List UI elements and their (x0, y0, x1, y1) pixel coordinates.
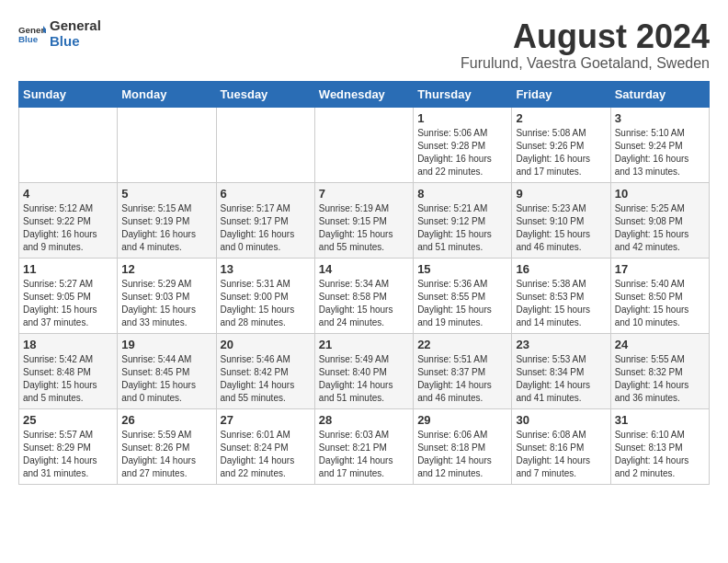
day-number: 24 (615, 338, 705, 351)
day-number: 2 (516, 111, 606, 125)
day-info: Sunrise: 5:21 AMSunset: 9:12 PMDaylight:… (417, 202, 507, 254)
day-info: Sunrise: 6:03 AMSunset: 8:21 PMDaylight:… (319, 429, 409, 480)
day-number: 14 (319, 262, 409, 276)
day-info: Sunrise: 5:12 AMSunset: 9:22 PMDaylight:… (23, 202, 113, 254)
calendar-cell: 4Sunrise: 5:12 AMSunset: 9:22 PMDaylight… (19, 182, 118, 258)
calendar-cell: 8Sunrise: 5:21 AMSunset: 9:12 PMDaylight… (414, 182, 512, 258)
calendar-header-wednesday: Wednesday (314, 81, 413, 107)
day-number: 8 (417, 187, 507, 201)
calendar-cell: 2Sunrise: 5:08 AMSunset: 9:26 PMDaylight… (512, 107, 610, 182)
calendar-header-row: SundayMondayTuesdayWednesdayThursdayFrid… (19, 81, 710, 107)
day-number: 16 (516, 262, 606, 276)
calendar-cell (19, 107, 118, 182)
day-number: 20 (221, 338, 311, 351)
calendar-cell: 23Sunrise: 5:53 AMSunset: 8:34 PMDayligh… (512, 333, 610, 408)
calendar-cell: 22Sunrise: 5:51 AMSunset: 8:37 PMDayligh… (414, 333, 512, 408)
day-info: Sunrise: 5:17 AMSunset: 9:17 PMDaylight:… (221, 202, 311, 254)
day-number: 11 (23, 262, 113, 276)
calendar-cell: 27Sunrise: 6:01 AMSunset: 8:24 PMDayligh… (216, 408, 314, 484)
day-info: Sunrise: 6:01 AMSunset: 8:24 PMDaylight:… (221, 429, 311, 480)
day-info: Sunrise: 5:27 AMSunset: 9:05 PMDaylight:… (23, 278, 113, 329)
calendar-cell: 13Sunrise: 5:31 AMSunset: 9:00 PMDayligh… (216, 258, 314, 333)
calendar-week-4: 18Sunrise: 5:42 AMSunset: 8:48 PMDayligh… (19, 333, 710, 408)
day-number: 22 (417, 338, 507, 351)
day-info: Sunrise: 6:06 AMSunset: 8:18 PMDaylight:… (417, 429, 507, 480)
day-number: 19 (121, 338, 211, 351)
day-info: Sunrise: 5:06 AMSunset: 9:28 PMDaylight:… (417, 127, 507, 178)
calendar-cell: 12Sunrise: 5:29 AMSunset: 9:03 PMDayligh… (118, 258, 216, 333)
page-subtitle: Furulund, Vaestra Goetaland, Sweden (461, 55, 710, 72)
day-number: 21 (319, 338, 409, 351)
calendar-cell: 15Sunrise: 5:36 AMSunset: 8:55 PMDayligh… (414, 258, 512, 333)
calendar-cell (314, 107, 413, 182)
calendar-cell: 24Sunrise: 5:55 AMSunset: 8:32 PMDayligh… (610, 333, 709, 408)
calendar-cell: 25Sunrise: 5:57 AMSunset: 8:29 PMDayligh… (19, 408, 118, 484)
day-info: Sunrise: 5:42 AMSunset: 8:48 PMDaylight:… (23, 353, 113, 405)
calendar-cell: 18Sunrise: 5:42 AMSunset: 8:48 PMDayligh… (19, 333, 118, 408)
calendar-cell: 29Sunrise: 6:06 AMSunset: 8:18 PMDayligh… (414, 408, 512, 484)
calendar-cell: 6Sunrise: 5:17 AMSunset: 9:17 PMDaylight… (216, 182, 314, 258)
day-info: Sunrise: 5:15 AMSunset: 9:19 PMDaylight:… (121, 202, 211, 254)
day-number: 10 (615, 187, 705, 201)
day-info: Sunrise: 5:25 AMSunset: 9:08 PMDaylight:… (615, 202, 705, 254)
day-info: Sunrise: 5:38 AMSunset: 8:53 PMDaylight:… (516, 278, 606, 329)
day-info: Sunrise: 5:40 AMSunset: 8:50 PMDaylight:… (615, 278, 705, 329)
day-info: Sunrise: 5:23 AMSunset: 9:10 PMDaylight:… (516, 202, 606, 254)
day-info: Sunrise: 5:51 AMSunset: 8:37 PMDaylight:… (417, 353, 507, 405)
calendar-cell: 10Sunrise: 5:25 AMSunset: 9:08 PMDayligh… (610, 182, 709, 258)
day-number: 27 (221, 413, 311, 427)
page-header: General Blue General Blue August 2024 Fu… (18, 18, 710, 72)
day-number: 17 (615, 262, 705, 276)
day-number: 23 (516, 338, 606, 351)
day-info: Sunrise: 5:34 AMSunset: 8:58 PMDaylight:… (319, 278, 409, 329)
calendar-cell: 21Sunrise: 5:49 AMSunset: 8:40 PMDayligh… (314, 333, 413, 408)
calendar-cell: 14Sunrise: 5:34 AMSunset: 8:58 PMDayligh… (314, 258, 413, 333)
logo-icon: General Blue (18, 23, 46, 45)
svg-text:General: General (18, 24, 46, 34)
day-info: Sunrise: 5:31 AMSunset: 9:00 PMDaylight:… (221, 278, 311, 329)
day-number: 6 (221, 187, 311, 201)
calendar-week-2: 4Sunrise: 5:12 AMSunset: 9:22 PMDaylight… (19, 182, 710, 258)
calendar-cell: 30Sunrise: 6:08 AMSunset: 8:16 PMDayligh… (512, 408, 610, 484)
calendar-cell: 16Sunrise: 5:38 AMSunset: 8:53 PMDayligh… (512, 258, 610, 333)
day-number: 15 (417, 262, 507, 276)
day-number: 13 (221, 262, 311, 276)
day-number: 9 (516, 187, 606, 201)
day-info: Sunrise: 5:36 AMSunset: 8:55 PMDaylight:… (417, 278, 507, 329)
calendar-header-thursday: Thursday (414, 81, 512, 107)
day-number: 12 (121, 262, 211, 276)
day-info: Sunrise: 5:59 AMSunset: 8:26 PMDaylight:… (121, 429, 211, 480)
calendar-header-monday: Monday (118, 81, 216, 107)
day-number: 31 (615, 413, 705, 427)
calendar-header-friday: Friday (512, 81, 610, 107)
calendar-cell: 28Sunrise: 6:03 AMSunset: 8:21 PMDayligh… (314, 408, 413, 484)
svg-text:Blue: Blue (18, 34, 39, 44)
day-number: 28 (319, 413, 409, 427)
day-number: 3 (615, 111, 705, 125)
calendar-cell: 7Sunrise: 5:19 AMSunset: 9:15 PMDaylight… (314, 182, 413, 258)
calendar-cell: 20Sunrise: 5:46 AMSunset: 8:42 PMDayligh… (216, 333, 314, 408)
day-info: Sunrise: 5:46 AMSunset: 8:42 PMDaylight:… (221, 353, 311, 405)
calendar-cell: 31Sunrise: 6:10 AMSunset: 8:13 PMDayligh… (610, 408, 709, 484)
day-number: 7 (319, 187, 409, 201)
calendar-cell: 9Sunrise: 5:23 AMSunset: 9:10 PMDaylight… (512, 182, 610, 258)
logo-general: General (50, 17, 101, 33)
calendar-week-3: 11Sunrise: 5:27 AMSunset: 9:05 PMDayligh… (19, 258, 710, 333)
calendar-cell: 11Sunrise: 5:27 AMSunset: 9:05 PMDayligh… (19, 258, 118, 333)
day-info: Sunrise: 5:29 AMSunset: 9:03 PMDaylight:… (121, 278, 211, 329)
day-info: Sunrise: 5:10 AMSunset: 9:24 PMDaylight:… (615, 127, 705, 178)
day-info: Sunrise: 6:10 AMSunset: 8:13 PMDaylight:… (615, 429, 705, 480)
day-number: 18 (23, 338, 113, 351)
day-info: Sunrise: 5:44 AMSunset: 8:45 PMDaylight:… (121, 353, 211, 405)
calendar-week-1: 1Sunrise: 5:06 AMSunset: 9:28 PMDaylight… (19, 107, 710, 182)
calendar-cell: 3Sunrise: 5:10 AMSunset: 9:24 PMDaylight… (610, 107, 709, 182)
day-info: Sunrise: 5:19 AMSunset: 9:15 PMDaylight:… (319, 202, 409, 254)
title-section: August 2024 Furulund, Vaestra Goetaland,… (461, 18, 710, 72)
calendar-header-tuesday: Tuesday (216, 81, 314, 107)
day-number: 5 (121, 187, 211, 201)
day-info: Sunrise: 5:57 AMSunset: 8:29 PMDaylight:… (23, 429, 113, 480)
calendar-table: SundayMondayTuesdayWednesdayThursdayFrid… (18, 81, 710, 485)
day-info: Sunrise: 5:08 AMSunset: 9:26 PMDaylight:… (516, 127, 606, 178)
day-info: Sunrise: 5:53 AMSunset: 8:34 PMDaylight:… (516, 353, 606, 405)
calendar-cell (118, 107, 216, 182)
